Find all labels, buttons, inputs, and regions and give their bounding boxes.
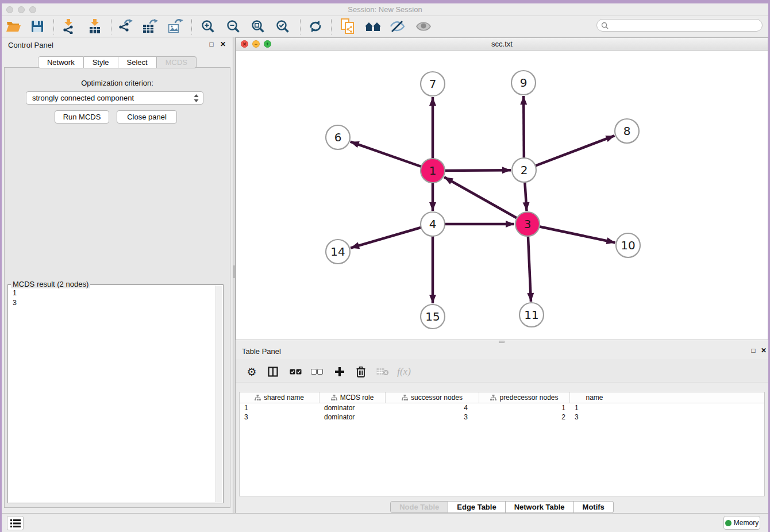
- table-settings-icon[interactable]: ⚙: [244, 364, 260, 380]
- hierarchy-icon: [255, 395, 261, 400]
- toolbar-separator: [191, 19, 192, 34]
- tab-edge-table[interactable]: Edge Table: [448, 501, 505, 513]
- status-bar: Memory: [2, 513, 768, 532]
- table-panel: Table Panel □ ✕ ⚙ f(x): [236, 344, 768, 513]
- split-columns-icon[interactable]: [265, 364, 281, 380]
- close-panel-icon[interactable]: ✕: [218, 40, 228, 48]
- tab-node-table[interactable]: Node Table: [390, 501, 448, 513]
- network-canvas[interactable]: 1234678910111415: [236, 51, 768, 340]
- import-table-icon[interactable]: [86, 17, 104, 36]
- cell-shared-name[interactable]: 3: [240, 413, 319, 422]
- column-header-mcds-role[interactable]: MCDS role: [319, 392, 386, 403]
- select-all-columns-icon[interactable]: [287, 364, 303, 380]
- float-panel-icon[interactable]: □: [207, 40, 216, 48]
- splitter-handle[interactable]: [499, 341, 505, 343]
- node-4[interactable]: 4: [421, 212, 445, 236]
- zoom-selected-icon[interactable]: [274, 17, 292, 36]
- search-field[interactable]: [596, 19, 763, 32]
- mcds-result-list[interactable]: 1 3: [9, 286, 215, 502]
- column-header-name[interactable]: name: [570, 392, 619, 403]
- cell-shared-name[interactable]: 1: [240, 403, 319, 413]
- show-all-icon[interactable]: [414, 17, 433, 36]
- network-view-window: ✕ − + scc.txt 1234678910111415: [236, 37, 768, 340]
- column-label: MCDS role: [340, 394, 374, 402]
- duplicate-network-icon[interactable]: [338, 17, 357, 36]
- deselect-all-columns-icon[interactable]: [309, 364, 325, 380]
- tab-motifs[interactable]: Motifs: [574, 501, 614, 513]
- edge-4-14[interactable]: [351, 224, 433, 248]
- delete-table-icon[interactable]: [375, 364, 391, 380]
- add-row-icon[interactable]: [332, 364, 348, 380]
- toolbar-separator: [53, 19, 54, 34]
- criterion-dropdown[interactable]: strongly connected component: [26, 91, 203, 105]
- export-image-icon[interactable]: [166, 17, 184, 36]
- float-table-panel-icon[interactable]: □: [749, 346, 758, 354]
- edge-2-8[interactable]: [524, 136, 614, 170]
- edge-3-1[interactable]: [444, 177, 528, 224]
- node-9[interactable]: 9: [511, 71, 536, 95]
- memory-button[interactable]: Memory: [723, 516, 760, 530]
- cell-successor-nodes[interactable]: 3: [386, 413, 479, 422]
- node-10[interactable]: 10: [616, 233, 640, 257]
- column-header-predecessor-nodes[interactable]: predecessor nodes: [479, 392, 570, 403]
- function-builder-icon[interactable]: f(x): [396, 364, 412, 380]
- edge-3-10[interactable]: [528, 224, 615, 242]
- svg-text:15: 15: [425, 310, 440, 323]
- table-panel-title: Table Panel: [242, 347, 281, 356]
- hide-selection-icon[interactable]: [388, 17, 407, 36]
- cell-predecessor-nodes[interactable]: 1: [479, 403, 570, 413]
- delete-row-icon[interactable]: [353, 364, 369, 380]
- cell-successor-nodes[interactable]: 4: [386, 403, 479, 413]
- run-mcds-button[interactable]: Run MCDS: [55, 110, 109, 124]
- cell-predecessor-nodes[interactable]: 2: [479, 413, 570, 422]
- zoom-out-icon[interactable]: [224, 17, 242, 36]
- mcds-result-box: MCDS result (2 nodes) 1 3: [7, 284, 224, 503]
- table-row: 3 dominator 3 2 3: [240, 413, 764, 422]
- export-network-icon[interactable]: [116, 17, 134, 36]
- tab-style[interactable]: Style: [84, 56, 118, 68]
- control-panel-header: Control Panel □ ✕: [2, 37, 233, 52]
- table-panel-header: Table Panel □ ✕: [236, 344, 768, 358]
- cell-mcds-role[interactable]: dominator: [319, 403, 386, 413]
- column-header-shared-name[interactable]: shared name: [240, 392, 319, 403]
- node-8[interactable]: 8: [615, 119, 639, 143]
- splitter-handle[interactable]: [233, 265, 235, 278]
- node-1[interactable]: 1: [421, 159, 445, 183]
- export-table-icon[interactable]: [141, 17, 159, 36]
- refresh-view-icon[interactable]: [306, 17, 325, 36]
- svg-text:6: 6: [334, 130, 342, 144]
- search-input[interactable]: [611, 21, 762, 29]
- open-session-icon[interactable]: [4, 17, 22, 36]
- import-network-icon[interactable]: [59, 17, 78, 36]
- node-11[interactable]: 11: [519, 303, 544, 327]
- mcds-result-line: 3: [13, 298, 215, 308]
- tab-network[interactable]: Network: [38, 56, 84, 68]
- home-view-icon[interactable]: [364, 17, 382, 36]
- network-view-title: scc.txt: [236, 40, 768, 48]
- close-table-panel-icon[interactable]: ✕: [759, 346, 768, 354]
- tab-select[interactable]: Select: [118, 56, 157, 68]
- node-3[interactable]: 3: [515, 212, 540, 236]
- svg-text:8: 8: [623, 124, 631, 138]
- zoom-fit-icon[interactable]: [249, 17, 267, 36]
- tab-network-table[interactable]: Network Table: [506, 501, 574, 513]
- tab-mcds[interactable]: MCDS: [157, 56, 197, 68]
- cell-name[interactable]: 1: [570, 403, 619, 413]
- task-history-button[interactable]: [7, 516, 24, 530]
- node-14[interactable]: 14: [326, 240, 350, 264]
- toolbar-separator: [300, 19, 301, 34]
- node-7[interactable]: 7: [421, 72, 445, 96]
- control-panel-title: Control Panel: [8, 41, 53, 49]
- control-panel-tabs: Network Style Select MCDS: [2, 56, 233, 68]
- node-6[interactable]: 6: [326, 125, 350, 149]
- result-scrollbar[interactable]: [215, 286, 222, 502]
- edge-1-6[interactable]: [351, 142, 433, 171]
- zoom-in-icon[interactable]: [199, 17, 217, 36]
- cell-name[interactable]: 3: [570, 413, 619, 422]
- node-15[interactable]: 15: [421, 304, 445, 329]
- node-2[interactable]: 2: [512, 158, 536, 182]
- column-header-successor-nodes[interactable]: successor nodes: [386, 392, 479, 403]
- cell-mcds-role[interactable]: dominator: [319, 413, 386, 422]
- save-session-icon[interactable]: [28, 17, 47, 36]
- close-panel-button[interactable]: Close panel: [117, 110, 177, 124]
